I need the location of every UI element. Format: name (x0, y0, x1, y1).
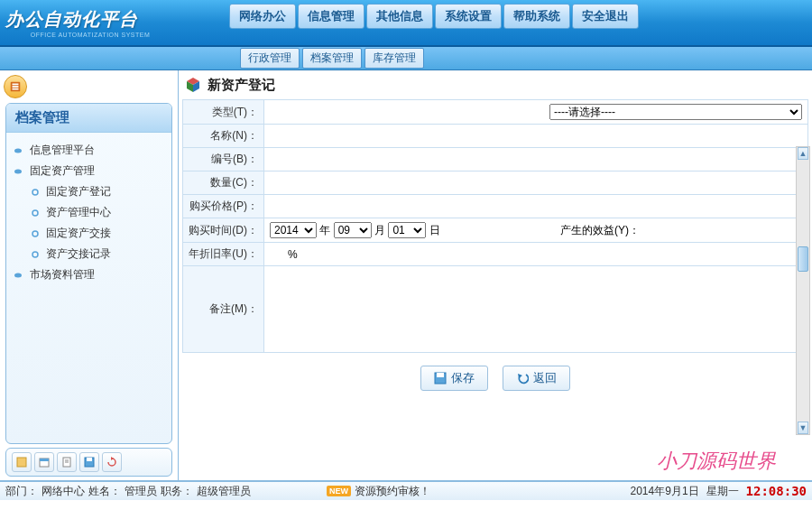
note-icon (15, 456, 28, 468)
bullet-icon (14, 146, 26, 155)
role-label: 职务： (161, 484, 193, 499)
status-bar: 部门： 网络中心 姓名： 管理员 职务： 超级管理员 NEW 资源预约审核！ 2… (0, 480, 812, 500)
bullet-icon (14, 167, 26, 176)
cube-icon (184, 76, 202, 94)
save-label: 保存 (451, 370, 475, 386)
day-select[interactable]: 01 (388, 222, 426, 238)
logo: 办公自动化平台 OFFICE AUTOMATIZATION SYSTEM (5, 3, 175, 42)
scroll-down-icon[interactable]: ▼ (798, 422, 808, 434)
type-select[interactable]: ----请选择---- (549, 104, 802, 120)
dot-icon (30, 229, 42, 238)
content: 新资产登记 类型(T)： ----请选择---- 名称(N)： 编号(B)： 数… (179, 70, 812, 480)
status-left: 部门： 网络中心 姓名： 管理员 职务： 超级管理员 NEW 资源预约审核！ (5, 484, 631, 499)
date-label: 购买时间(D)： (183, 218, 264, 243)
tb-btn-1[interactable] (12, 452, 32, 472)
topnav-network[interactable]: 网络办公 (229, 4, 296, 29)
back-button[interactable]: 返回 (503, 366, 570, 391)
date-field: 2014 年 09 月 01 日 产生的效益(Y)： (264, 218, 808, 243)
back-icon (516, 372, 529, 385)
svg-rect-2 (13, 86, 19, 88)
qty-label: 数量(C)： (183, 171, 264, 195)
sidebar-header: 档案管理 (6, 104, 171, 133)
status-right: 2014年9月1日 星期一 12:08:30 (631, 484, 807, 499)
sidebar-toolbar (5, 448, 172, 477)
topnav-settings[interactable]: 系统设置 (435, 4, 502, 29)
dot-icon (30, 250, 42, 259)
tree-label: 固定资产管理 (30, 163, 95, 179)
topnav-other[interactable]: 其他信息 (366, 4, 433, 29)
subnav-archive[interactable]: 档案管理 (302, 48, 362, 69)
memo-label: 备注(M)： (183, 266, 264, 353)
dept-label: 部门： (5, 484, 38, 499)
tb-btn-2[interactable] (34, 452, 54, 472)
svg-point-4 (14, 148, 22, 153)
tree-label: 资产交接记录 (46, 246, 111, 262)
tree-market-docs[interactable]: 市场资料管理 (12, 264, 166, 285)
dep-label: 年折旧率(U)： (183, 243, 264, 266)
sidebar-panel: 档案管理 信息管理平台 固定资产管理 固定资产登记 资产管理中心 固定资产交接 … (5, 103, 172, 444)
memo-field (264, 266, 808, 353)
sidebar-top (0, 70, 178, 103)
notice-text[interactable]: 资源预约审核！ (355, 484, 430, 499)
topnav-info[interactable]: 信息管理 (298, 4, 364, 29)
save-button[interactable]: 保存 (420, 366, 488, 391)
subnav-admin[interactable]: 行政管理 (240, 48, 300, 69)
name-label: 姓名： (88, 484, 121, 499)
topnav-exit[interactable]: 安全退出 (572, 4, 639, 29)
status-weekday: 星期一 (706, 484, 739, 499)
code-label: 编号(B)： (183, 148, 264, 171)
scroll-up-icon[interactable]: ▲ (798, 147, 808, 160)
tree-label: 市场资料管理 (30, 267, 95, 283)
tree-label: 固定资产交接 (46, 226, 111, 241)
price-field[interactable] (264, 195, 808, 218)
back-label: 返回 (533, 370, 557, 386)
tree-asset-center[interactable]: 资产管理中心 (12, 202, 166, 223)
tree-asset-mgmt[interactable]: 固定资产管理 (12, 161, 166, 181)
tree-asset-register[interactable]: 固定资产登记 (12, 181, 166, 202)
top-nav: 网络办公 信息管理 其他信息 系统设置 帮助系统 安全退出 (229, 4, 639, 29)
name-field[interactable] (264, 125, 808, 148)
doc-icon (60, 456, 73, 468)
dep-field[interactable]: % (264, 243, 808, 266)
tb-btn-5[interactable] (102, 452, 122, 472)
scroll-thumb[interactable] (798, 246, 808, 272)
disk-icon (83, 456, 96, 468)
main: 档案管理 信息管理平台 固定资产管理 固定资产登记 资产管理中心 固定资产交接 … (0, 70, 812, 480)
day-suffix: 日 (429, 224, 440, 236)
sidebar-tree: 信息管理平台 固定资产管理 固定资产登记 资产管理中心 固定资产交接 资产交接记… (6, 133, 171, 292)
refresh-icon (106, 456, 118, 468)
type-label: 类型(T)： (183, 100, 264, 125)
year-select[interactable]: 2014 (270, 222, 317, 238)
tree-transfer-log[interactable]: 资产交接记录 (12, 244, 166, 264)
svg-rect-3 (13, 88, 19, 90)
sidebar-toggle-icon[interactable] (4, 75, 27, 98)
svg-rect-24 (437, 373, 444, 377)
svg-rect-13 (40, 459, 49, 461)
tree-label: 固定资产登记 (46, 184, 111, 199)
tree-label: 信息管理平台 (30, 143, 95, 158)
name-label: 名称(N)： (183, 125, 264, 148)
save-icon (434, 372, 447, 385)
scrollbar[interactable]: ▲ ▼ (796, 146, 810, 435)
month-select[interactable]: 09 (334, 222, 372, 238)
type-field: ----请选择---- (264, 100, 808, 125)
code-field[interactable] (264, 148, 808, 171)
svg-point-8 (32, 231, 38, 236)
topnav-help[interactable]: 帮助系统 (503, 4, 570, 29)
tree-info-platform[interactable]: 信息管理平台 (12, 140, 166, 161)
memo-textarea[interactable] (270, 270, 802, 346)
svg-rect-18 (87, 458, 92, 461)
tree-asset-transfer[interactable]: 固定资产交接 (12, 223, 166, 244)
tb-btn-4[interactable] (79, 452, 99, 472)
page-title-row: 新资产登记 (182, 72, 808, 99)
new-badge: NEW (327, 486, 351, 496)
svg-point-6 (32, 190, 38, 195)
qty-field[interactable] (264, 171, 808, 195)
svg-point-10 (14, 273, 22, 277)
button-row: 保存 返回 (182, 353, 808, 403)
app-title: 办公自动化平台 (5, 7, 175, 32)
sidebar: 档案管理 信息管理平台 固定资产管理 固定资产登记 资产管理中心 固定资产交接 … (0, 70, 179, 480)
svg-rect-11 (17, 458, 26, 467)
tb-btn-3[interactable] (57, 452, 77, 472)
subnav-stock[interactable]: 库存管理 (364, 48, 424, 69)
